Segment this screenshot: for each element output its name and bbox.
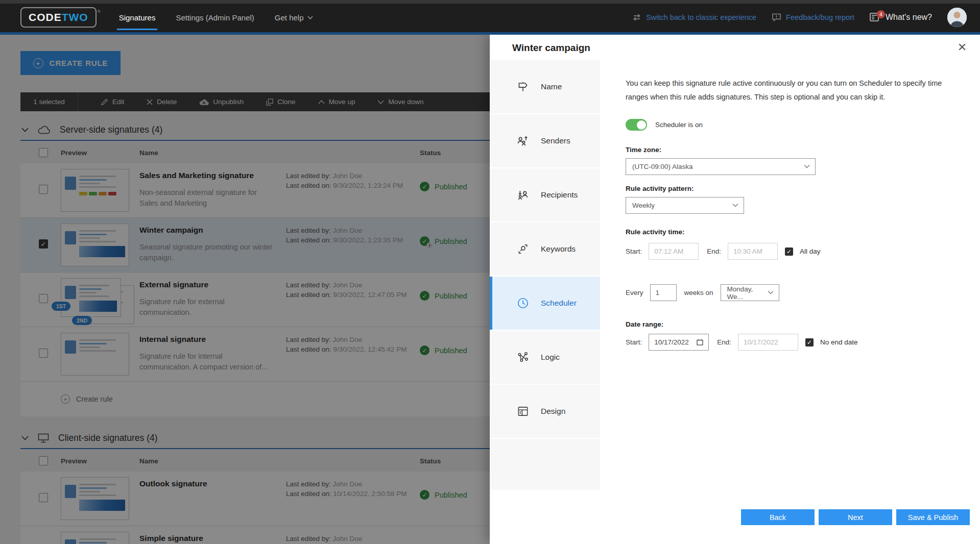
switch-classic-label: Switch back to classic experience (646, 13, 756, 21)
tab-name[interactable]: Name (490, 60, 600, 114)
app-screen: CODE TWO ® Signatures Settings (Admin Pa… (0, 0, 980, 544)
tab-label: Senders (541, 136, 570, 145)
whats-new-label: What's new? (886, 13, 932, 22)
swap-arrows-icon (632, 14, 641, 21)
next-button[interactable]: Next (819, 509, 892, 525)
tab-design[interactable]: Design (490, 385, 600, 439)
tab-label: Logic (541, 353, 560, 362)
no-end-date-label: No end date (820, 338, 858, 346)
all-day-label: All day (800, 248, 821, 255)
date-end-input[interactable]: 10/17/2022 (738, 334, 798, 351)
tab-senders[interactable]: Senders (490, 114, 600, 168)
panel-body: Name Senders Recipients Keywords Schedul… (490, 60, 980, 490)
whats-new-badge: 4 (877, 10, 885, 18)
weekdays-select[interactable]: Monday, We... (721, 284, 779, 301)
pattern-value: Weekly (632, 202, 655, 209)
modal-dim-overlay (0, 35, 490, 544)
start-label: Start: (626, 338, 642, 346)
tab-label: Name (541, 82, 562, 91)
tab-label: Keywords (541, 244, 576, 254)
time-zone-value: (UTC-09:00) Alaska (632, 163, 693, 170)
activity-time-row: Start: 07:12 AM End: 10:30 AM ✓ All day (626, 243, 980, 260)
codetwo-logo[interactable]: CODE TWO ® (20, 7, 97, 28)
end-label: End: (707, 248, 721, 255)
chevron-down-icon (307, 16, 313, 19)
tab-scheduler[interactable]: Scheduler (490, 277, 600, 331)
date-range-label: Date range: (626, 320, 980, 328)
person-arrow-down-icon (516, 188, 530, 202)
every-weeks-input[interactable]: 1 (650, 284, 677, 301)
chevron-down-icon (732, 203, 738, 207)
nav-tab-label: Get help (275, 13, 304, 22)
back-button[interactable]: Back (741, 509, 815, 525)
all-day-checkbox[interactable]: ✓ (785, 248, 793, 256)
panel-title: Winter campaign (512, 42, 590, 54)
nav-tab-label: Signatures (119, 13, 156, 22)
news-icon: 4 (870, 12, 881, 22)
feedback-bubble-icon (772, 13, 781, 22)
nav-items: Signatures Settings (Admin Panel) Get he… (109, 0, 323, 35)
recurrence-row: Every 1 weeks on Monday, We... (626, 284, 980, 301)
scheduler-toggle[interactable] (626, 119, 647, 131)
whats-new-button[interactable]: 4 What's new? (870, 12, 932, 22)
tab-label: Scheduler (541, 299, 577, 308)
scheduler-toggle-label: Scheduler is on (655, 121, 703, 129)
top-nav: CODE TWO ® Signatures Settings (Admin Pa… (0, 0, 980, 35)
time-end-input[interactable]: 10:30 AM (728, 243, 778, 260)
logo-text-two: TWO (62, 11, 88, 23)
tab-keywords[interactable]: Keywords (490, 222, 600, 277)
feedback-link[interactable]: Feedback/bug report (772, 13, 854, 22)
panel-tab-sidebar: Name Senders Recipients Keywords Schedul… (490, 60, 600, 490)
chevron-down-icon (768, 290, 774, 294)
pattern-select[interactable]: Weekly (626, 197, 744, 214)
weekdays-value: Monday, We... (727, 285, 763, 301)
rule-edit-panel: Winter campaign ✕ Name Senders Recipient… (490, 35, 980, 544)
end-label: End: (717, 338, 731, 346)
scheduler-toggle-row: Scheduler is on (626, 119, 980, 131)
pattern-label: Rule activity pattern: (626, 185, 980, 192)
switch-classic-link[interactable]: Switch back to classic experience (632, 13, 756, 21)
time-zone-select[interactable]: (UTC-09:00) Alaska (626, 158, 816, 175)
no-end-date-checkbox[interactable]: ✓ (805, 338, 814, 347)
user-avatar[interactable] (947, 8, 967, 27)
nav-tab-settings[interactable]: Settings (Admin Panel) (165, 0, 264, 35)
time-zone-label: Time zone: (626, 146, 980, 154)
panel-footer-buttons: Back Next Save & Publish (741, 509, 970, 525)
keywords-search-icon (516, 242, 530, 256)
nav-right: Switch back to classic experience Feedba… (632, 0, 980, 35)
logic-nodes-icon (516, 351, 530, 364)
person-arrow-up-icon (516, 134, 530, 147)
time-start-input[interactable]: 07:12 AM (649, 243, 699, 260)
tab-label: Design (541, 407, 565, 416)
nav-tab-signatures[interactable]: Signatures (109, 0, 166, 35)
chevron-down-icon (804, 164, 810, 168)
save-publish-button[interactable]: Save & Publish (896, 509, 970, 525)
tab-label: Recipients (541, 190, 578, 200)
date-start-value: 10/17/2022 (654, 338, 689, 346)
date-start-input[interactable]: 10/17/2022 (649, 334, 709, 351)
panel-header: Winter campaign ✕ (490, 35, 980, 60)
date-range-row: Start: 10/17/2022 End: 10/17/2022 ✓ No e… (626, 334, 980, 351)
activity-time-label: Rule activity time: (626, 228, 980, 236)
signpost-icon (516, 80, 530, 93)
logo-text-code: CODE (29, 11, 62, 23)
weeks-on-label: weeks on (684, 289, 713, 296)
nav-tab-get-help[interactable]: Get help (265, 0, 323, 35)
window-top-strip (0, 0, 980, 4)
every-label: Every (626, 289, 643, 296)
design-layout-icon (516, 405, 530, 418)
calendar-icon (697, 339, 703, 345)
tab-recipients[interactable]: Recipients (490, 168, 600, 222)
start-label: Start: (626, 248, 642, 255)
feedback-label: Feedback/bug report (786, 13, 854, 21)
registered-mark: ® (98, 9, 101, 14)
toggle-knob (637, 120, 646, 130)
tab-logic[interactable]: Logic (490, 331, 600, 385)
clock-icon (516, 296, 530, 310)
scheduler-intro-text: You can keep this signature rule active … (626, 77, 960, 104)
nav-tab-label: Settings (Admin Panel) (176, 13, 254, 22)
scheduler-form: You can keep this signature rule active … (600, 60, 980, 490)
close-icon[interactable]: ✕ (955, 41, 969, 54)
